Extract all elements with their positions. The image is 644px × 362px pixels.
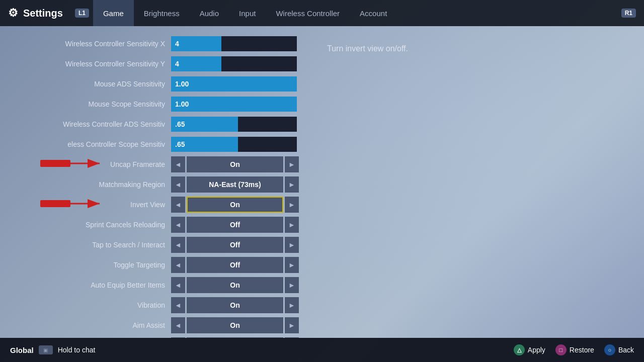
setting-row-tap-search: Tap to Search / Interact ◄ Off ► <box>0 235 312 254</box>
arrow-invert <box>40 197 106 210</box>
label-mouse-ads: Mouse ADS Sensitivity <box>0 80 171 88</box>
label-mouse-scope: Mouse Scope Sensitivity <box>0 100 171 108</box>
label-sprint: Sprint Cancels Reloading <box>0 221 171 229</box>
sprint-left-btn[interactable]: ◄ <box>171 217 185 233</box>
label-auto-equip: Auto Equip Better Items <box>0 281 171 289</box>
back-button[interactable]: ○ Back <box>604 344 634 355</box>
app-title-text: Settings <box>23 8 63 19</box>
setting-row-matchmaking: Matchmaking Region ◄ NA-East (73ms) ► <box>0 175 312 194</box>
control-mouse-ads: 1.00 <box>171 76 297 92</box>
tap-search-value: Off <box>187 237 283 253</box>
back-label: Back <box>618 346 634 354</box>
setting-row-mouse-scope: Mouse Scope Sensitivity 1.00 <box>0 95 312 114</box>
uncap-right-btn[interactable]: ► <box>285 156 299 172</box>
main-content: Wireless Controller Sensitivity X 4 Wire… <box>0 26 644 338</box>
toggle-targeting-right-btn[interactable]: ► <box>285 257 299 273</box>
slider-dark-wc-scope <box>238 137 297 152</box>
tap-search-right-btn[interactable]: ► <box>285 237 299 253</box>
chat-icon: ▣ <box>39 345 53 354</box>
svg-rect-2 <box>40 160 70 167</box>
setting-row-mouse-ads: Mouse ADS Sensitivity 1.00 <box>0 74 312 94</box>
slider-fill-wc-ads: .65 <box>171 117 238 132</box>
control-mouse-scope: 1.00 <box>171 97 297 112</box>
toggle-targeting-value: Off <box>187 257 283 273</box>
slider-wcs-x[interactable]: 4 <box>171 36 297 51</box>
slider-dark-wc-ads <box>238 117 297 132</box>
slider-fill-mouse-ads: 1.00 <box>171 76 297 92</box>
invert-value: On <box>187 197 283 213</box>
r1-badge[interactable]: R1 <box>621 9 636 18</box>
sprint-right-btn[interactable]: ► <box>285 217 299 233</box>
setting-row-vibration: Vibration ◄ On ► <box>0 296 312 315</box>
tap-search-left-btn[interactable]: ◄ <box>171 237 185 253</box>
control-invert: ◄ On ► <box>171 197 299 213</box>
control-auto-equip: ◄ On ► <box>171 277 299 293</box>
setting-row-wcs-y: Wireless Controller Sensitivity Y 4 <box>0 54 312 73</box>
aim-assist-right-btn[interactable]: ► <box>285 317 299 333</box>
control-vibration: ◄ On ► <box>171 297 299 313</box>
slider-fill-wcs-x: 4 <box>171 36 221 51</box>
auto-equip-right-btn[interactable]: ► <box>285 277 299 293</box>
tab-brightness[interactable]: Brightness <box>134 0 190 26</box>
footer-left: Global ▣ Hold to chat <box>10 345 95 354</box>
slider-wc-ads[interactable]: .65 <box>171 117 297 132</box>
control-wc-scope: .65 <box>171 137 297 152</box>
toggle-targeting-left-btn[interactable]: ◄ <box>171 257 185 273</box>
setting-row-aim-assist: Aim Assist ◄ On ► <box>0 316 312 335</box>
aim-assist-left-btn[interactable]: ◄ <box>171 317 185 333</box>
control-wc-ads: .65 <box>171 117 297 132</box>
vibration-value: On <box>187 297 283 313</box>
vibration-right-btn[interactable]: ► <box>285 297 299 313</box>
footer-right: △ Apply □ Restore ○ Back <box>514 344 634 355</box>
sprint-value: Off <box>187 217 283 233</box>
tab-account[interactable]: Account <box>350 0 397 26</box>
label-wcs-y: Wireless Controller Sensitivity Y <box>0 60 171 68</box>
invert-left-btn[interactable]: ◄ <box>171 197 185 213</box>
setting-row-wc-scope: eless Controller Scope Sensitiv .65 <box>0 135 312 154</box>
control-uncap: ◄ On ► <box>171 156 299 172</box>
label-wc-ads: Wireless Controller ADS Sensitiv <box>0 120 171 128</box>
global-label: Global <box>10 346 34 354</box>
apply-button[interactable]: △ Apply <box>514 344 545 355</box>
description-text: Turn invert view on/off. <box>327 44 408 53</box>
invert-right-btn[interactable]: ► <box>285 197 299 213</box>
l1-badge[interactable]: L1 <box>75 9 89 18</box>
control-matchmaking: ◄ NA-East (73ms) ► <box>171 176 299 193</box>
settings-list: Wireless Controller Sensitivity X 4 Wire… <box>0 34 312 338</box>
slider-mouse-scope[interactable]: 1.00 <box>171 97 297 112</box>
slider-wc-scope[interactable]: .65 <box>171 137 297 152</box>
slider-mouse-ads[interactable]: 1.00 <box>171 76 297 92</box>
aim-assist-value: On <box>187 317 283 333</box>
label-aim-assist: Aim Assist <box>0 321 171 329</box>
label-vibration: Vibration <box>0 301 171 309</box>
nav-tabs: Game Brightness Audio Input Wireless Con… <box>93 0 621 26</box>
control-tap-search: ◄ Off ► <box>171 237 299 253</box>
tab-game[interactable]: Game <box>93 0 134 26</box>
triangle-icon: △ <box>514 344 525 355</box>
label-wc-scope: eless Controller Scope Sensitiv <box>0 140 171 148</box>
control-toggle-targeting: ◄ Off ► <box>171 257 299 273</box>
slider-wcs-y[interactable]: 4 <box>171 56 297 71</box>
uncap-left-btn[interactable]: ◄ <box>171 156 185 172</box>
auto-equip-left-btn[interactable]: ◄ <box>171 277 185 293</box>
matchmaking-right-btn[interactable]: ► <box>285 176 299 193</box>
tab-input[interactable]: Input <box>229 0 266 26</box>
label-wcs-x: Wireless Controller Sensitivity X <box>0 40 171 48</box>
setting-row-wcs-x: Wireless Controller Sensitivity X 4 <box>0 34 312 53</box>
matchmaking-left-btn[interactable]: ◄ <box>171 176 185 193</box>
control-wcs-x: 4 <box>171 36 297 51</box>
tab-wireless-controller[interactable]: Wireless Controller <box>266 0 350 26</box>
restore-button[interactable]: □ Restore <box>555 344 594 355</box>
header: ⚙ Settings L1 Game Brightness Audio Inpu… <box>0 0 644 26</box>
setting-row-toggle-targeting: Toggle Targeting ◄ Off ► <box>0 255 312 275</box>
setting-row-invert: Invert View ◄ On ► <box>0 195 312 214</box>
circle-icon: ○ <box>604 344 615 355</box>
label-toggle-targeting: Toggle Targeting <box>0 261 171 269</box>
square-icon: □ <box>555 344 567 355</box>
setting-row-wc-ads: Wireless Controller ADS Sensitiv .65 <box>0 115 312 134</box>
vibration-left-btn[interactable]: ◄ <box>171 297 185 313</box>
footer: Global ▣ Hold to chat △ Apply □ Restore … <box>0 338 644 362</box>
tab-audio[interactable]: Audio <box>190 0 229 26</box>
slider-dark-wcs-x <box>221 36 297 51</box>
slider-fill-wc-scope: .65 <box>171 137 238 152</box>
